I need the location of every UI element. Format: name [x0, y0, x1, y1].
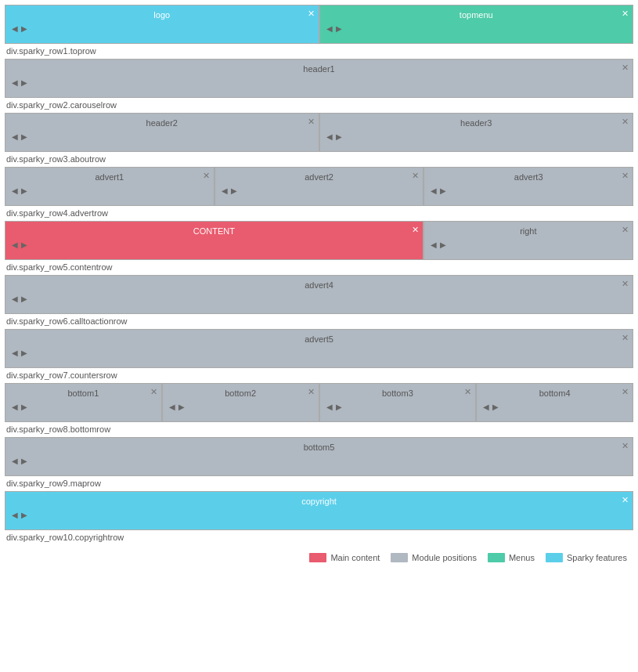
row-block-row1: logo✕◀▶topmenu✕◀▶div.sparky_row1.toprow [5, 5, 633, 59]
close-btn-header2[interactable]: ✕ [308, 117, 315, 127]
close-btn-bottom1[interactable]: ✕ [150, 387, 157, 397]
right-arrow-bottom1[interactable]: ▶ [21, 403, 27, 411]
right-arrow-bottom2[interactable]: ▶ [178, 403, 185, 411]
close-btn-bottom3[interactable]: ✕ [464, 387, 471, 397]
cell-arrows-bottom4: ◀▶ [477, 398, 499, 414]
cell-title-topmenu: topmenu [320, 5, 633, 20]
legend-label-menus: Menus [509, 553, 535, 562]
left-arrow-header2[interactable]: ◀ [12, 132, 18, 141]
cell-advert2[interactable]: advert2✕◀▶ [214, 167, 424, 206]
close-btn-advert3[interactable]: ✕ [622, 171, 629, 181]
right-arrow-advert1[interactable]: ▶ [21, 186, 27, 195]
cell-bottom5[interactable]: bottom5✕◀▶ [5, 437, 633, 476]
cell-advert1[interactable]: advert1✕◀▶ [5, 167, 214, 206]
close-btn-advert2[interactable]: ✕ [412, 171, 419, 181]
cell-copyright[interactable]: copyright✕◀▶ [5, 491, 633, 530]
cell-title-content: CONTENT [5, 222, 423, 236]
cell-advert3[interactable]: advert3✕◀▶ [424, 167, 633, 206]
cell-arrows-copyright: ◀▶ [5, 506, 27, 522]
close-btn-advert5[interactable]: ✕ [622, 333, 629, 343]
cell-header2[interactable]: header2✕◀▶ [5, 113, 319, 152]
cell-advert4[interactable]: advert4✕◀▶ [5, 275, 633, 314]
left-arrow-copyright[interactable]: ◀ [12, 511, 18, 519]
cell-bottom4[interactable]: bottom4✕◀▶ [476, 383, 633, 422]
left-arrow-bottom2[interactable]: ◀ [169, 403, 175, 411]
right-arrow-topmenu[interactable]: ▶ [336, 24, 342, 33]
row-label-row8: div.sparky_row8.bottomrow [5, 422, 633, 437]
close-btn-header3[interactable]: ✕ [622, 117, 629, 127]
cell-header3[interactable]: header3✕◀▶ [319, 113, 634, 152]
left-arrow-right[interactable]: ◀ [431, 240, 437, 249]
cell-title-advert1: advert1 [5, 168, 214, 182]
left-arrow-bottom4[interactable]: ◀ [483, 403, 489, 411]
row-block-row2: header1✕◀▶div.sparky_row2.carouselrow [5, 59, 633, 113]
right-arrow-advert3[interactable]: ▶ [440, 186, 446, 195]
right-arrow-logo[interactable]: ▶ [21, 24, 27, 33]
right-arrow-content[interactable]: ▶ [21, 240, 27, 249]
close-btn-content[interactable]: ✕ [412, 225, 419, 235]
close-btn-right[interactable]: ✕ [622, 225, 629, 235]
close-btn-advert4[interactable]: ✕ [622, 279, 629, 289]
left-arrow-content[interactable]: ◀ [12, 240, 18, 249]
row-block-row3: header2✕◀▶header3✕◀▶div.sparky_row3.abou… [5, 113, 633, 167]
cell-arrows-advert1: ◀▶ [5, 182, 27, 198]
close-btn-bottom5[interactable]: ✕ [622, 441, 629, 451]
cell-topmenu[interactable]: topmenu✕◀▶ [319, 5, 634, 44]
row-label-row4: div.sparky_row4.advertrow [5, 206, 633, 221]
right-arrow-bottom5[interactable]: ▶ [21, 457, 27, 465]
cell-title-advert3: advert3 [424, 168, 633, 182]
right-arrow-bottom3[interactable]: ▶ [336, 403, 342, 411]
row-block-row10: copyright✕◀▶div.sparky_row10.copyrightro… [5, 491, 633, 545]
cell-title-bottom3: bottom3 [320, 384, 476, 398]
left-arrow-bottom5[interactable]: ◀ [12, 457, 18, 465]
row-block-row9: bottom5✕◀▶div.sparky_row9.maprow [5, 437, 633, 491]
legend-item-menus: Menus [488, 553, 535, 562]
cell-arrows-bottom5: ◀▶ [5, 452, 27, 468]
close-btn-bottom2[interactable]: ✕ [308, 387, 315, 397]
cell-bottom1[interactable]: bottom1✕◀▶ [5, 383, 162, 422]
right-arrow-header2[interactable]: ▶ [21, 132, 27, 141]
close-btn-bottom4[interactable]: ✕ [622, 387, 629, 397]
cell-advert5[interactable]: advert5✕◀▶ [5, 329, 633, 368]
cell-content[interactable]: CONTENT✕◀▶ [5, 221, 424, 260]
left-arrow-bottom1[interactable]: ◀ [12, 403, 18, 411]
right-arrow-bottom4[interactable]: ▶ [492, 403, 499, 411]
left-arrow-header3[interactable]: ◀ [326, 132, 333, 141]
left-arrow-bottom3[interactable]: ◀ [326, 403, 333, 411]
left-arrow-advert3[interactable]: ◀ [431, 186, 437, 195]
cell-bottom2[interactable]: bottom2✕◀▶ [162, 383, 319, 422]
right-arrow-right[interactable]: ▶ [440, 240, 446, 249]
right-arrow-advert5[interactable]: ▶ [21, 349, 27, 357]
grid-row-row10: copyright✕◀▶ [5, 491, 633, 530]
cell-right[interactable]: right✕◀▶ [424, 221, 633, 260]
left-arrow-topmenu[interactable]: ◀ [326, 24, 333, 33]
left-arrow-advert1[interactable]: ◀ [12, 186, 18, 195]
cell-header1[interactable]: header1✕◀▶ [5, 59, 633, 98]
cell-arrows-bottom1: ◀▶ [5, 398, 27, 414]
cell-logo[interactable]: logo✕◀▶ [5, 5, 319, 44]
close-btn-logo[interactable]: ✕ [308, 9, 315, 19]
close-btn-advert1[interactable]: ✕ [203, 171, 210, 181]
grid-row-row9: bottom5✕◀▶ [5, 437, 633, 476]
close-btn-copyright[interactable]: ✕ [622, 495, 629, 505]
right-arrow-advert2[interactable]: ▶ [231, 186, 237, 195]
right-arrow-copyright[interactable]: ▶ [21, 511, 27, 519]
close-btn-header1[interactable]: ✕ [622, 63, 629, 73]
left-arrow-advert2[interactable]: ◀ [222, 186, 228, 195]
right-arrow-header1[interactable]: ▶ [21, 78, 27, 87]
cell-title-logo: logo [5, 5, 319, 20]
cell-title-bottom1: bottom1 [5, 384, 161, 398]
right-arrow-header3[interactable]: ▶ [336, 132, 342, 141]
right-arrow-advert4[interactable]: ▶ [21, 294, 27, 303]
left-arrow-logo[interactable]: ◀ [12, 24, 18, 33]
cell-arrows-header2: ◀▶ [5, 128, 27, 144]
cell-title-header2: header2 [5, 114, 319, 128]
close-btn-topmenu[interactable]: ✕ [622, 9, 629, 19]
cell-bottom3[interactable]: bottom3✕◀▶ [319, 383, 477, 422]
legend: Main contentModule positionsMenusSparky … [5, 545, 633, 562]
grid-row-row6: advert4✕◀▶ [5, 275, 633, 314]
left-arrow-header1[interactable]: ◀ [12, 78, 18, 87]
grid-row-row8: bottom1✕◀▶bottom2✕◀▶bottom3✕◀▶bottom4✕◀▶ [5, 383, 633, 422]
left-arrow-advert5[interactable]: ◀ [12, 349, 18, 357]
left-arrow-advert4[interactable]: ◀ [12, 294, 18, 303]
